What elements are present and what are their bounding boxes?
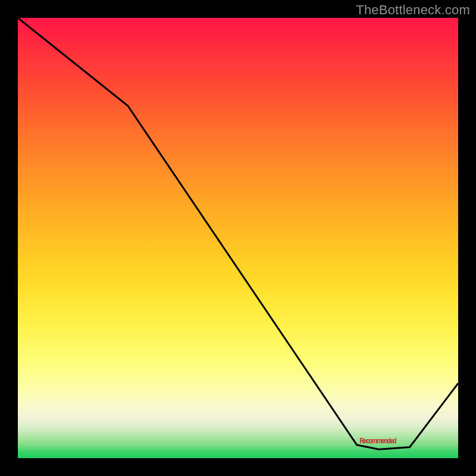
chart-overlay bbox=[18, 18, 458, 458]
chart-frame: TheBottleneck.com Recommended bbox=[0, 0, 476, 476]
recommended-annotation: Recommended bbox=[359, 437, 396, 445]
watermark-text: TheBottleneck.com bbox=[356, 2, 470, 18]
data-line bbox=[18, 18, 458, 449]
